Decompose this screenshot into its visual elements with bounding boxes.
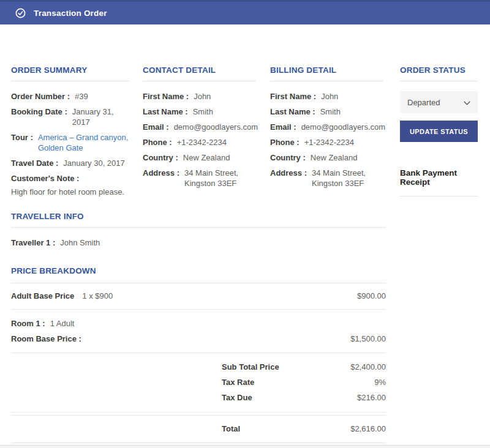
traveller-label: Traveller 1 (11, 237, 55, 248)
tax-rate-row: Tax Rate 9% (11, 378, 386, 387)
adult-base-price-row: Adult Base Price 1 x $900 $900.00 (11, 283, 386, 310)
room-base-price-amount: $1,500.00 (350, 334, 386, 343)
price-breakdown-heading: PRICE BREAKDOWN (11, 266, 386, 275)
tax-rate-value: 9% (374, 378, 386, 387)
divider (11, 227, 386, 228)
room-base-price-row: Room Base Price $1,500.00 (11, 334, 386, 343)
billing-country-row: Country New Zealand (270, 152, 383, 163)
totals-block: Sub Total Price $2,400.00 Tax Rate 9% Ta… (11, 353, 386, 402)
order-status-heading: ORDER STATUS (400, 65, 478, 75)
adult-base-price-label: Adult Base Price (11, 291, 74, 301)
price-breakdown-section: PRICE BREAKDOWN Adult Base Price 1 x $90… (11, 266, 386, 443)
field-value: 34 Main Street, Kingston 33EF (312, 168, 383, 189)
travel-date-label: Travel Date (11, 158, 58, 168)
contact-last-name-row: Last Name Smith (143, 106, 256, 117)
field-value: 34 Main Street, Kingston 33EF (184, 168, 256, 189)
contact-detail-section: CONTACT DETAIL First Name John Last Name… (143, 65, 256, 197)
adult-base-price-amount: $900.00 (357, 291, 386, 301)
tour-link[interactable]: America – Grand canyon, Golden Gate (38, 132, 129, 153)
total-value: $2,616.00 (350, 424, 386, 433)
contact-country-row: Country New Zealand (143, 152, 256, 163)
tour-row: Tour America – Grand canyon, Golden Gate (11, 132, 129, 153)
adult-base-price-qty: 1 x $900 (82, 291, 113, 301)
order-status-section: ORDER STATUS Departed UPDATE STATUS Bank… (400, 65, 478, 197)
field-label: Last Name (270, 106, 315, 117)
order-number-row: Order Number #39 (11, 91, 129, 102)
field-value: New Zealand (183, 152, 230, 163)
divider (143, 81, 256, 81)
field-label: First Name (270, 91, 316, 102)
contact-first-name-row: First Name John (143, 91, 256, 102)
tour-label: Tour (11, 132, 33, 143)
field-value: demo@goodlayers.com (301, 122, 385, 132)
billing-detail-heading: BILLING DETAIL (270, 65, 383, 75)
field-value: John (321, 91, 338, 102)
traveller-info-heading: TRAVELLER INFO (11, 212, 386, 221)
order-summary-heading: ORDER SUMMARY (11, 65, 129, 75)
contact-address-row: Address 34 Main Street, Kingston 33EF (143, 168, 256, 189)
total-label: Total (222, 424, 240, 433)
field-value: Smith (193, 106, 213, 117)
divider (11, 81, 129, 81)
field-label: Phone (270, 137, 300, 147)
travel-date-row: Travel Date January 30, 2017 (11, 158, 129, 168)
customer-note-text: High floor for hotel room please. (11, 187, 129, 197)
order-number-label: Order Number (11, 91, 70, 102)
tax-due-label: Tax Due (222, 393, 252, 402)
billing-last-name-row: Last Name Smith (270, 106, 383, 117)
room-base-price-label: Room Base Price (11, 334, 81, 343)
divider (400, 81, 478, 81)
booking-date-row: Booking Date January 31, 2017 (11, 106, 129, 127)
check-circle-icon (15, 8, 26, 18)
field-value: +1-2342-2234 (177, 137, 227, 147)
field-label: Country (143, 152, 178, 163)
page-header-bar: Transaction Order (0, 0, 490, 24)
room-group: Room 1 1 Adult Room Base Price $1,500.00 (11, 310, 386, 353)
field-label: Email (270, 122, 296, 132)
traveller-row: Traveller 1 John Smith (11, 237, 386, 248)
field-label: Phone (143, 137, 172, 147)
order-number-value: #39 (75, 91, 88, 102)
booking-date-label: Booking Date (11, 106, 67, 117)
booking-date-value: January 31, 2017 (72, 106, 129, 127)
field-label: Address (270, 168, 307, 178)
billing-email-row: Email demo@goodlayers.com (270, 122, 383, 132)
billing-first-name-row: First Name John (270, 91, 383, 102)
page-content: ORDER SUMMARY Order Number #39 Booking D… (0, 24, 490, 443)
page-title: Transaction Order (34, 9, 107, 18)
bank-payment-receipt-heading: Bank Payment Receipt (400, 168, 478, 196)
customer-note-label: Customer's Note (11, 173, 79, 184)
room-occupancy: 1 Adult (50, 318, 75, 329)
tax-rate-label: Tax Rate (222, 378, 254, 387)
field-value: +1-2342-2234 (304, 137, 354, 147)
tax-due-value: $216.00 (357, 393, 386, 402)
billing-address-row: Address 34 Main Street, Kingston 33EF (270, 168, 383, 189)
total-row: Total $2,616.00 (11, 416, 386, 443)
update-status-button[interactable]: UPDATE STATUS (400, 121, 478, 142)
field-label: First Name (143, 91, 189, 102)
tax-due-row: Tax Due $216.00 (11, 393, 386, 402)
chevron-down-icon (464, 98, 470, 107)
field-value: John (194, 91, 211, 102)
field-label: Address (143, 168, 179, 178)
sub-total-row: Sub Total Price $2,400.00 (11, 362, 386, 371)
customer-note-row: Customer's Note (11, 173, 129, 184)
traveller-name: John Smith (60, 237, 100, 248)
field-value: Smith (320, 106, 341, 117)
field-value: New Zealand (311, 152, 358, 163)
footer-divider (0, 445, 490, 448)
room-row: Room 1 1 Adult (11, 318, 386, 329)
travel-date-value: January 30, 2017 (63, 158, 124, 168)
billing-phone-row: Phone +1-2342-2234 (270, 137, 383, 147)
contact-phone-row: Phone +1-2342-2234 (143, 137, 256, 147)
billing-detail-section: BILLING DETAIL First Name John Last Name… (270, 65, 383, 197)
field-value: demo@goodlayers.com (174, 122, 258, 132)
status-select-value: Departed (407, 98, 440, 107)
sub-total-label: Sub Total Price (222, 362, 279, 371)
order-summary-section: ORDER SUMMARY Order Number #39 Booking D… (11, 65, 129, 197)
field-label: Email (143, 122, 169, 132)
status-select[interactable]: Departed (400, 91, 478, 113)
sub-total-value: $2,400.00 (350, 362, 386, 371)
field-label: Country (270, 152, 306, 163)
field-label: Last Name (143, 106, 188, 117)
